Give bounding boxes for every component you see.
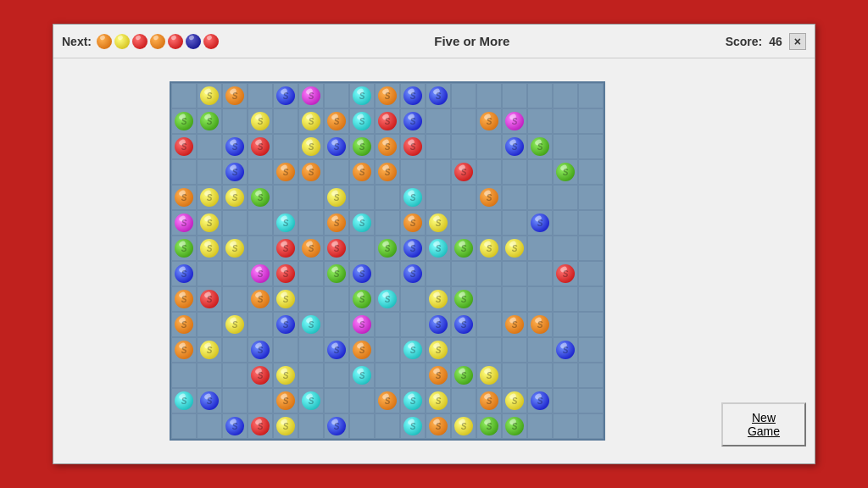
cell-0-5[interactable]	[298, 83, 324, 108]
cell-7-7[interactable]	[349, 261, 375, 286]
cell-12-14[interactable]	[527, 388, 553, 413]
cell-3-2[interactable]	[222, 159, 248, 185]
cell-11-14[interactable]	[527, 363, 553, 388]
cell-11-6[interactable]	[324, 363, 349, 388]
ball-13-4[interactable]	[276, 417, 295, 435]
cell-5-3[interactable]	[248, 210, 273, 236]
cell-5-13[interactable]	[502, 210, 527, 236]
cell-6-0[interactable]	[171, 236, 197, 261]
cell-10-13[interactable]	[502, 337, 527, 363]
cell-13-15[interactable]	[553, 413, 578, 439]
ball-2-5[interactable]	[302, 137, 320, 156]
ball-10-1[interactable]	[200, 341, 219, 359]
cell-2-5[interactable]	[298, 134, 324, 159]
cell-10-8[interactable]	[375, 337, 400, 363]
cell-1-16[interactable]	[578, 108, 604, 134]
ball-7-9[interactable]	[403, 264, 422, 283]
ball-7-15[interactable]	[556, 264, 575, 283]
ball-6-11[interactable]	[454, 239, 473, 258]
cell-6-2[interactable]	[222, 236, 248, 261]
cell-1-11[interactable]	[451, 108, 476, 134]
ball-12-10[interactable]	[429, 391, 448, 410]
cell-10-4[interactable]	[273, 337, 298, 363]
ball-13-12[interactable]	[480, 417, 498, 435]
cell-3-3[interactable]	[248, 159, 273, 185]
ball-10-10[interactable]	[429, 341, 448, 359]
ball-0-8[interactable]	[378, 86, 397, 105]
cell-8-8[interactable]	[375, 286, 400, 312]
cell-4-1[interactable]	[197, 185, 222, 210]
cell-11-3[interactable]	[248, 363, 273, 388]
cell-2-14[interactable]	[527, 134, 553, 159]
cell-9-5[interactable]	[298, 312, 324, 337]
cell-8-0[interactable]	[171, 286, 197, 312]
cell-6-15[interactable]	[553, 236, 578, 261]
ball-4-9[interactable]	[403, 188, 422, 207]
ball-5-9[interactable]	[403, 214, 422, 232]
cell-12-3[interactable]	[248, 388, 273, 413]
ball-10-3[interactable]	[251, 341, 270, 359]
cell-1-3[interactable]	[248, 108, 273, 134]
cell-7-2[interactable]	[222, 261, 248, 286]
ball-13-11[interactable]	[454, 417, 473, 435]
cell-0-16[interactable]	[578, 83, 604, 108]
cell-0-15[interactable]	[553, 83, 578, 108]
ball-3-2[interactable]	[225, 163, 244, 181]
ball-3-7[interactable]	[353, 163, 371, 181]
cell-12-10[interactable]	[426, 388, 451, 413]
ball-6-9[interactable]	[403, 239, 422, 258]
cell-13-16[interactable]	[578, 413, 604, 439]
cell-10-6[interactable]	[324, 337, 349, 363]
ball-6-2[interactable]	[225, 239, 244, 258]
cell-7-1[interactable]	[197, 261, 222, 286]
cell-1-1[interactable]	[197, 108, 222, 134]
cell-4-12[interactable]	[476, 185, 502, 210]
cell-13-0[interactable]	[171, 413, 197, 439]
cell-7-8[interactable]	[375, 261, 400, 286]
ball-3-8[interactable]	[378, 163, 397, 181]
cell-8-1[interactable]	[197, 286, 222, 312]
cell-11-2[interactable]	[222, 363, 248, 388]
ball-11-10[interactable]	[429, 366, 448, 385]
cell-9-4[interactable]	[273, 312, 298, 337]
ball-9-5[interactable]	[302, 315, 320, 334]
cell-13-9[interactable]	[400, 413, 426, 439]
ball-7-6[interactable]	[327, 264, 346, 283]
ball-5-10[interactable]	[429, 214, 448, 232]
ball-0-10[interactable]	[429, 86, 448, 105]
ball-13-3[interactable]	[251, 417, 270, 435]
ball-5-1[interactable]	[200, 214, 219, 232]
cell-3-7[interactable]	[349, 159, 375, 185]
cell-1-0[interactable]	[171, 108, 197, 134]
cell-8-3[interactable]	[248, 286, 273, 312]
cell-13-3[interactable]	[248, 413, 273, 439]
ball-4-6[interactable]	[327, 188, 346, 207]
cell-9-8[interactable]	[375, 312, 400, 337]
cell-5-6[interactable]	[324, 210, 349, 236]
cell-3-5[interactable]	[298, 159, 324, 185]
cell-9-9[interactable]	[400, 312, 426, 337]
ball-11-3[interactable]	[251, 366, 270, 385]
cell-9-6[interactable]	[324, 312, 349, 337]
cell-6-7[interactable]	[349, 236, 375, 261]
cell-5-9[interactable]	[400, 210, 426, 236]
cell-13-2[interactable]	[222, 413, 248, 439]
ball-9-14[interactable]	[531, 315, 549, 334]
ball-9-13[interactable]	[505, 315, 524, 334]
ball-1-0[interactable]	[175, 112, 193, 130]
cell-12-6[interactable]	[324, 388, 349, 413]
cell-2-2[interactable]	[222, 134, 248, 159]
cell-4-4[interactable]	[273, 185, 298, 210]
cell-7-4[interactable]	[273, 261, 298, 286]
ball-7-4[interactable]	[276, 264, 295, 283]
cell-8-12[interactable]	[476, 286, 502, 312]
cell-13-5[interactable]	[298, 413, 324, 439]
ball-1-12[interactable]	[480, 112, 498, 130]
ball-8-3[interactable]	[251, 290, 270, 308]
cell-1-7[interactable]	[349, 108, 375, 134]
ball-8-7[interactable]	[353, 290, 371, 308]
cell-9-13[interactable]	[502, 312, 527, 337]
cell-5-10[interactable]	[426, 210, 451, 236]
ball-2-6[interactable]	[327, 137, 346, 156]
cell-12-7[interactable]	[349, 388, 375, 413]
